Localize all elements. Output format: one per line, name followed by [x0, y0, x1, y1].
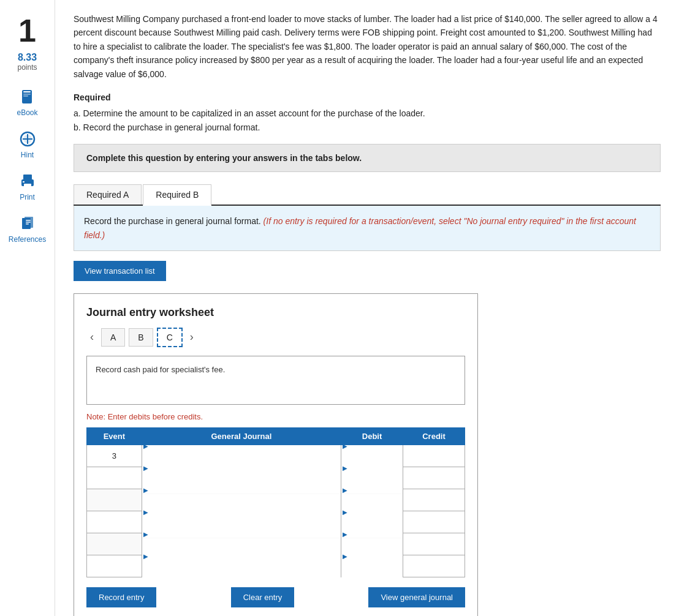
- credit-cell-6[interactable]: [403, 555, 465, 577]
- debit-input-2[interactable]: [341, 472, 403, 494]
- hint-icon: [18, 129, 37, 149]
- credit-cell-5[interactable]: [403, 533, 465, 555]
- main-content: Southwest Milling Company purchased a fr…: [55, 0, 679, 616]
- required-part-a: a. Determine the amount to be capitalize…: [74, 107, 661, 120]
- svg-rect-3: [23, 96, 28, 97]
- credit-cell-2[interactable]: [403, 467, 465, 489]
- credit-input-6[interactable]: [403, 555, 465, 577]
- svg-rect-10: [24, 184, 31, 188]
- sidebar-item-print[interactable]: Print: [0, 165, 55, 208]
- worksheet-container: Journal entry worksheet ‹ A B C › Record…: [74, 293, 478, 616]
- debit-cell-1[interactable]: ▶: [341, 445, 403, 467]
- instruction-text: Complete this question by entering your …: [86, 153, 648, 163]
- event-cell-6: [87, 555, 142, 577]
- view-general-journal-button[interactable]: View general journal: [368, 587, 465, 607]
- col-header-debit: Debit: [341, 427, 403, 445]
- credit-cell-3[interactable]: [403, 489, 465, 511]
- nav-prev-arrow[interactable]: ‹: [86, 328, 97, 346]
- credit-input-1[interactable]: [403, 445, 465, 467]
- debit-input-5[interactable]: [341, 538, 403, 560]
- event-cell-3: [87, 489, 142, 511]
- svg-rect-14: [26, 220, 31, 221]
- required-label: Required: [74, 91, 661, 104]
- journal-input-5[interactable]: [142, 538, 341, 560]
- debit-input-3[interactable]: [341, 494, 403, 516]
- action-buttons: Record entry Clear entry View general jo…: [86, 587, 465, 607]
- view-transaction-button[interactable]: View transaction list: [74, 261, 166, 281]
- sidebar-item-ebook[interactable]: eBook: [0, 81, 55, 123]
- book-icon: [18, 87, 37, 107]
- col-header-event: Event: [87, 427, 142, 445]
- journal-input-6[interactable]: [142, 560, 341, 582]
- hint-label: Hint: [21, 151, 34, 159]
- debit-input-1[interactable]: [341, 450, 403, 471]
- journal-input-1[interactable]: [142, 450, 341, 471]
- worksheet-nav: ‹ A B C ›: [86, 328, 465, 347]
- journal-input-3[interactable]: [142, 494, 341, 516]
- svg-rect-11: [23, 181, 25, 182]
- instruction-box: Complete this question by entering your …: [74, 144, 661, 172]
- nav-tab-c[interactable]: C: [157, 328, 183, 347]
- record-entry-button[interactable]: Record entry: [86, 587, 156, 607]
- journal-table: Event General Journal Debit Credit 3 ▶: [86, 427, 465, 577]
- ebook-label: eBook: [17, 108, 37, 117]
- debit-input-6[interactable]: [341, 560, 403, 582]
- question-number: 1: [18, 6, 36, 52]
- event-cell-1: 3: [87, 445, 142, 467]
- references-icon: [18, 214, 37, 233]
- credit-input-3[interactable]: [403, 489, 465, 511]
- credit-cell-4[interactable]: [403, 511, 465, 533]
- clear-entry-button[interactable]: Clear entry: [231, 587, 295, 607]
- svg-rect-1: [23, 91, 31, 92]
- required-section: Required a. Determine the amount to be c…: [74, 91, 661, 134]
- sidebar-item-hint[interactable]: Hint: [0, 123, 55, 165]
- svg-rect-8: [23, 175, 32, 180]
- credit-cell-1[interactable]: [403, 445, 465, 467]
- svg-rect-15: [26, 222, 31, 223]
- print-icon: [18, 171, 37, 191]
- event-cell-5: [87, 533, 142, 555]
- description-box: Record cash paid for specialist's fee.: [86, 356, 465, 405]
- credit-input-5[interactable]: [403, 533, 465, 555]
- event-cell-2: [87, 467, 142, 489]
- references-label: References: [9, 235, 46, 244]
- nav-tab-b[interactable]: B: [129, 328, 153, 347]
- journal-input-2[interactable]: [142, 472, 341, 494]
- col-header-journal: General Journal: [142, 427, 341, 445]
- tab-content-main: Record the purchase in general journal f…: [84, 216, 261, 226]
- required-part-b: b. Record the purchase in general journa…: [74, 121, 661, 134]
- journal-cell-1[interactable]: ▶: [142, 445, 341, 467]
- tab-content: Record the purchase in general journal f…: [74, 206, 661, 251]
- worksheet-title: Journal entry worksheet: [86, 306, 465, 319]
- tabs-container: Required A Required B: [74, 184, 661, 206]
- journal-input-4[interactable]: [142, 516, 341, 538]
- tab-required-b[interactable]: Required B: [143, 184, 211, 206]
- sidebar-item-references[interactable]: References: [0, 208, 55, 250]
- entry-note: Note: Enter debits before credits.: [86, 412, 465, 421]
- sidebar: 1 8.33 points eBook: [0, 0, 55, 616]
- credit-input-4[interactable]: [403, 511, 465, 533]
- points-value: 8.33: [18, 52, 37, 63]
- tab-required-a[interactable]: Required A: [74, 184, 142, 205]
- svg-rect-16: [26, 223, 29, 225]
- svg-rect-2: [23, 94, 31, 95]
- col-header-credit: Credit: [403, 427, 465, 445]
- credit-input-2[interactable]: [403, 467, 465, 489]
- nav-next-arrow[interactable]: ›: [186, 328, 197, 346]
- print-label: Print: [20, 193, 35, 201]
- nav-tab-a[interactable]: A: [101, 328, 125, 347]
- description-text: Record cash paid for specialist's fee.: [96, 365, 456, 374]
- points-label: points: [17, 63, 37, 72]
- problem-text: Southwest Milling Company purchased a fr…: [74, 12, 661, 81]
- event-cell-4: [87, 511, 142, 533]
- debit-input-4[interactable]: [341, 516, 403, 538]
